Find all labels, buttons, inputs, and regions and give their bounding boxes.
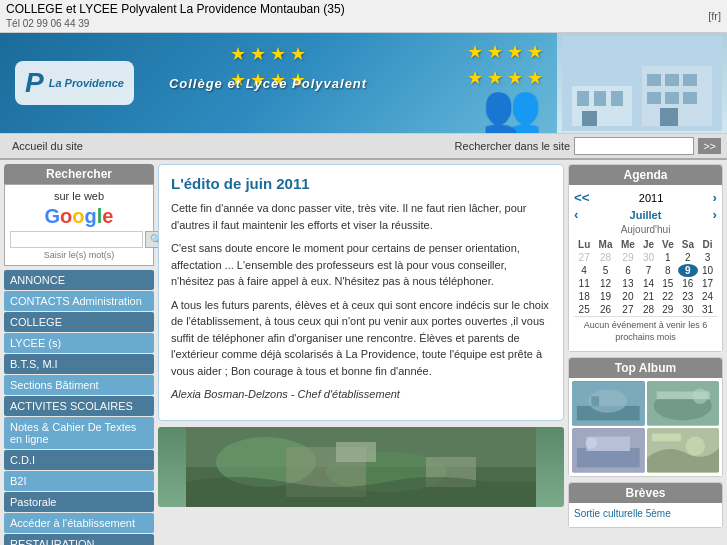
album-image-2[interactable] [647,381,720,426]
album-image-1[interactable] [572,381,645,426]
agenda-next-month[interactable]: › [713,207,717,222]
sidebar-item-acceder[interactable]: Accéder à l'établissement [4,513,154,533]
sidebar-item-contacts[interactable]: CONTACTS Administration [4,291,154,311]
svg-rect-9 [683,74,697,86]
cal-day[interactable]: 28 [639,303,658,316]
cal-th-me: Me [617,238,639,251]
cal-day[interactable]: 8 [658,264,678,277]
sidebar-item-restauration[interactable]: RESTAURATION [4,534,154,545]
cal-day[interactable]: 22 [658,290,678,303]
cal-day[interactable]: 31 [698,303,717,316]
agenda-note: Aucun événement à venir les 6 prochains … [574,316,717,346]
banner-building [557,33,727,133]
nav-home-link[interactable]: Accueil du site [6,138,89,154]
agenda-year-nav: << 2011 › [574,190,717,205]
album-grid [572,381,719,473]
cal-day[interactable]: 30 [639,251,658,264]
cal-day[interactable]: 10 [698,264,717,277]
cal-day[interactable]: 3 [698,251,717,264]
sidebar-item-bts[interactable]: B.T.S, M.I [4,354,154,374]
agenda-prev-year[interactable]: << [574,190,590,205]
cal-day[interactable]: 16 [678,277,698,290]
cal-day[interactable]: 6 [617,264,639,277]
cal-day[interactable]: 2 [678,251,698,264]
lang-selector[interactable]: [fr] [708,10,721,22]
sidebar-item-college[interactable]: COLLEGE [4,312,154,332]
svg-rect-5 [582,111,597,126]
search-button[interactable]: >> [698,138,721,154]
edito-text: Cette fin d'année va donc passer vite, t… [171,200,551,403]
sidebar-item-pastorale[interactable]: Pastorale [4,492,154,512]
aerial-image [158,427,564,507]
cal-th-ve: Ve [658,238,678,251]
svg-rect-2 [577,91,589,106]
cal-day[interactable]: 4 [574,264,594,277]
album-inner [569,378,722,476]
edito-para-1: Cette fin d'année va donc passer vite, t… [171,200,551,233]
sidebar-item-notes[interactable]: Notes & Cahier De Textes en ligne [4,417,154,449]
agenda-prev-month[interactable]: ‹ [574,207,578,222]
sidebar-item-cdi[interactable]: C.D.I [4,450,154,470]
agenda-next-year[interactable]: › [713,190,717,205]
cal-day[interactable]: 7 [639,264,658,277]
google-logo: Google [10,205,148,228]
site-title: COLLEGE et LYCEE Polyvalent La Providenc… [6,2,345,30]
header-top: COLLEGE et LYCEE Polyvalent La Providenc… [0,0,727,33]
svg-rect-3 [594,91,606,106]
google-search-row: 🔍 [10,231,148,248]
cal-day[interactable]: 13 [617,277,639,290]
edito-box: L'édito de juin 2011 Cette fin d'année v… [158,164,564,421]
sidebar-item-annonce[interactable]: ANNONCE [4,270,154,290]
cal-day-today[interactable]: 9 [678,264,698,277]
content-image [158,427,564,507]
phone-text: Tél 02 99 06 44 39 [6,18,89,29]
google-search-input[interactable] [10,231,143,248]
cal-day[interactable]: 20 [617,290,639,303]
edito-title: L'édito de juin 2011 [171,175,551,192]
cal-week-3: 11 12 13 14 15 16 17 [574,277,717,290]
agenda-month-nav: ‹ Juillet › [574,207,717,222]
cal-day[interactable]: 29 [658,303,678,316]
breves-title: Brèves [569,483,722,503]
svg-rect-4 [611,91,623,106]
cal-day[interactable]: 5 [594,264,616,277]
header-banner: P La Providence ★★★ ★★★ ★★ Collège et Ly… [0,33,727,133]
cal-day[interactable]: 28 [594,251,616,264]
svg-rect-13 [660,108,678,126]
cal-day[interactable]: 30 [678,303,698,316]
edito-signature: Alexia Bosman-Delzons - Chef d'établisse… [171,386,551,403]
search-input[interactable] [574,137,694,155]
cal-day[interactable]: 11 [574,277,594,290]
cal-day[interactable]: 29 [617,251,639,264]
cal-day[interactable]: 15 [658,277,678,290]
sidebar-search-inner: sur le web Google 🔍 Saisir le(s) mot(s) [4,184,154,266]
cal-day[interactable]: 24 [698,290,717,303]
sidebar-item-lycee[interactable]: LYCEE (s) [4,333,154,353]
album-image-4[interactable] [647,428,720,473]
cal-day[interactable]: 27 [574,251,594,264]
svg-rect-19 [336,442,376,462]
cal-day[interactable]: 17 [698,277,717,290]
breve-item-1[interactable]: Sortie culturelle 5ème [574,508,717,519]
sidebar-item-batiment[interactable]: Sections Bâtiment [4,375,154,395]
cal-day[interactable]: 25 [574,303,594,316]
banner-logo: P La Providence [0,51,149,115]
right-panel: Agenda << 2011 › ‹ Juillet › Aujourd'hui… [568,164,723,545]
logo-letter: P [25,67,44,99]
cal-day[interactable]: 26 [594,303,616,316]
cal-day[interactable]: 12 [594,277,616,290]
cal-header-row: Lu Ma Me Je Ve Sa Di [574,238,717,251]
svg-rect-35 [651,434,680,442]
cal-day[interactable]: 19 [594,290,616,303]
svg-rect-12 [683,92,697,104]
cal-day[interactable]: 18 [574,290,594,303]
cal-day[interactable]: 23 [678,290,698,303]
album-image-3[interactable] [572,428,645,473]
sidebar-item-activites[interactable]: ACTIVITES SCOLAIRES [4,396,154,416]
cal-day[interactable]: 21 [639,290,658,303]
sidebar-item-b2i[interactable]: B2I [4,471,154,491]
cal-day[interactable]: 1 [658,251,678,264]
cal-th-sa: Sa [678,238,698,251]
cal-day[interactable]: 27 [617,303,639,316]
cal-day[interactable]: 14 [639,277,658,290]
